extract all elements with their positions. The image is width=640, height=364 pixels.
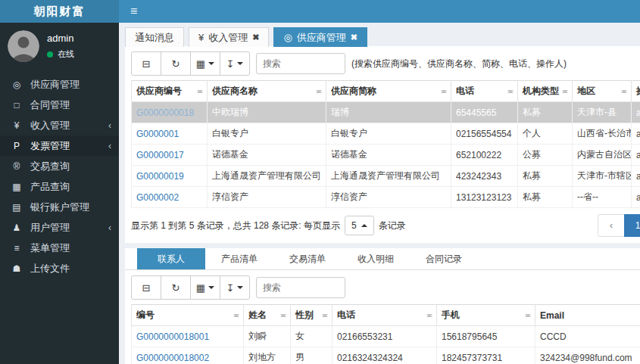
refresh-button[interactable]: ↻ [161,51,191,76]
supplier-toolbar: ⊟ ↻ ▦ ↧ (搜索供应商编号、供应商名称、简称、电话、操作人) [131,52,640,75]
detail-tab-3[interactable]: 收入明细 [342,248,410,269]
table-row[interactable]: G00000017诺德基金诺德基金652100222公募内蒙古自治区admin [132,145,640,166]
column-header[interactable]: 操作人 [632,81,640,102]
detail-view-button[interactable]: ⊟ [131,51,161,76]
contacts-table-header: 编号姓名性别电话手机Email [132,305,640,326]
sidebar-item-user[interactable]: ♟用户管理‹ [0,217,119,238]
detail-tab-4[interactable]: 合同记录 [410,248,478,269]
sidebar-toggle-icon[interactable]: ≡ [119,0,148,23]
sidebar: admin 在线 ◎供应商管理□合同管理¥收入管理‹P发票管理‹®交易查询▦产品… [0,23,119,364]
column-header[interactable]: 性别 [291,305,332,326]
export-icon: ↧ [226,58,235,70]
sidebar-item-transaction[interactable]: ®交易查询 [0,156,119,176]
columns-button[interactable]: ▦ [190,275,220,300]
table-toolbar-buttons: ⊟ ↻ ▦ ↧ [131,51,250,76]
row-id-cell[interactable]: G0000000018001 [132,326,244,347]
transaction-icon: ® [9,161,24,172]
sort-icon [441,87,447,96]
page-button[interactable]: 1 [624,214,640,237]
page-size-selector[interactable]: 5 [345,216,374,235]
column-header[interactable]: 手机 [437,305,535,326]
yen-icon: ¥ [198,32,204,43]
column-label: 供应商名称 [212,86,258,96]
sidebar-item-bank-account[interactable]: ▤银行账户管理 [0,197,119,217]
menu-icon: ≡ [9,243,24,254]
export-button[interactable]: ↧ [220,275,250,300]
table-cell: admin [632,166,640,187]
refresh-icon: ↻ [172,282,180,294]
row-id-cell[interactable]: G00000019 [132,166,208,187]
upload-icon: ☗ [9,263,24,274]
table-row[interactable]: G0000000018001刘瞬女0216655323115618795645C… [132,326,640,347]
tab-notice[interactable]: 通知消息 [125,27,184,47]
table-cell: 淳信资产 [326,187,451,208]
card-view-icon: ⊟ [142,282,151,294]
close-icon[interactable]: ✖ [351,33,357,42]
column-label: 供应商简称 [331,86,376,96]
sort-icon [233,311,239,320]
column-header[interactable]: 电话 [451,81,518,102]
column-header[interactable]: 电话 [332,305,437,326]
column-header[interactable]: 供应商名称 [208,81,326,102]
column-header[interactable]: 姓名 [244,305,291,326]
column-header[interactable]: 地区 [573,81,632,102]
detail-tab-0[interactable]: 联系人 [137,248,205,269]
sidebar-item-supplier[interactable]: ◎供应商管理 [0,74,119,95]
detail-tab-bar: 联系人产品清单交易清单收入明细合同记录 [125,248,640,270]
caret-up-icon [361,221,367,227]
sidebar-item-label: 银行账户管理 [30,201,89,214]
avatar [8,30,39,62]
columns-button[interactable]: ▦ [190,51,220,76]
row-id-cell[interactable]: G0000001 [132,123,208,145]
sidebar-item-label: 收入管理 [30,119,70,132]
row-id-cell[interactable]: G0000000018002 [132,347,244,364]
sidebar-item-contract[interactable]: □合同管理 [0,95,119,115]
column-header[interactable]: 供应商编号 [132,81,208,102]
detail-tab-1[interactable]: 产品清单 [205,248,273,269]
detail-view-button[interactable]: ⊟ [131,275,161,300]
sort-icon [426,311,432,320]
table-row[interactable]: G0000000018中欧瑞博瑞博65445565私募天津市-县admin [132,102,640,123]
user-panel: admin 在线 [0,23,119,71]
table-cell: 652100222 [451,145,518,166]
sidebar-item-menu[interactable]: ≡菜单管理 [0,238,119,258]
table-cell: 上海通晟资产管理有限公司 [326,166,451,187]
sidebar-item-invoice[interactable]: P发票管理‹ [0,135,119,156]
row-id-cell[interactable]: G00000017 [132,145,208,166]
column-header[interactable]: 供应商简称 [326,81,451,102]
row-id-cell[interactable]: G0000000018 [132,102,208,123]
search-input[interactable] [256,53,345,74]
top-header: 朝阳财富 ≡ [0,0,640,23]
column-header[interactable]: 机构类型 [518,81,573,102]
table-row[interactable]: G0000002淳信资产淳信资产13123123123私募--省--admin [132,187,640,208]
online-status-icon [47,51,53,58]
sidebar-item-label: 用户管理 [30,221,70,235]
search-input[interactable] [256,277,345,298]
table-row[interactable]: G00000019上海通晟资产管理有限公司上海通晟资产管理有限公司4232423… [132,166,640,187]
row-id-cell[interactable]: G0000002 [132,187,208,208]
columns-grid-icon: ▦ [196,58,205,70]
table-cell: 02166553231 [332,326,437,347]
tab-supplier[interactable]: ◎ 供应商管理 ✖ [273,27,367,47]
column-header[interactable]: 编号 [132,305,244,326]
detail-tab-2[interactable]: 交易清单 [273,248,342,269]
sidebar-item-upload[interactable]: ☗上传文件 [0,258,119,278]
export-button[interactable]: ↧ [220,51,250,76]
refresh-button[interactable]: ↻ [161,275,191,300]
tab-label: 通知消息 [135,31,174,45]
detail-toolbar: ⊟ ↻ ▦ ↧ [131,276,640,299]
table-row[interactable]: G0000001白银专户白银专户02156554554个人山西省-长治市admi… [132,123,640,145]
close-icon[interactable]: ✖ [252,33,259,42]
table-row[interactable]: G0000000018002刘地方男0216324324324182457373… [132,347,640,364]
table-cell: admin [632,123,640,145]
sidebar-item-income[interactable]: ¥收入管理‹ [0,115,119,135]
app-window: 朝阳财富 ≡ admin 在线 ◎供应商管理□合同管理¥收入管理‹P发票管 [0,0,640,364]
sidebar-item-label: 产品查询 [30,180,70,194]
brand-logo[interactable]: 朝阳财富 [0,0,119,23]
tab-income[interactable]: ¥ 收入管理 ✖ [189,27,269,47]
table-cell: 淳信资产 [208,187,326,208]
sidebar-item-label: 合同管理 [30,98,70,112]
prev-page-button[interactable]: ‹ [598,214,625,237]
table-cell: 天津市-县 [573,102,632,123]
sidebar-item-product[interactable]: ▦产品查询 [0,176,119,197]
